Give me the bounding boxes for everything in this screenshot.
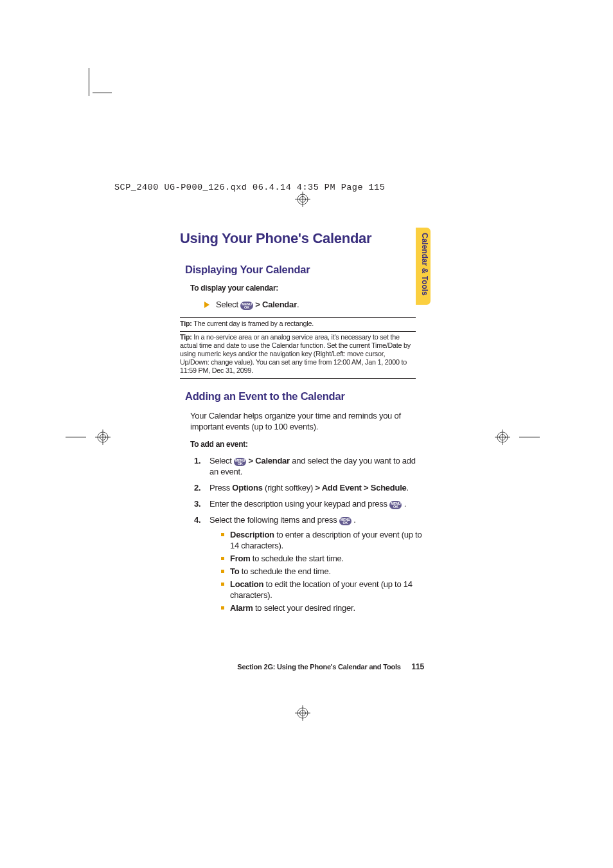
- tip-box-1: Tip: The current day is framed by a rect…: [180, 317, 416, 332]
- crop-mark-vertical: [89, 68, 89, 96]
- list-item: Location to edit the location of your ev…: [221, 579, 424, 601]
- register-mark-right-icon: [495, 429, 540, 445]
- section-heading-display: Displaying Your Calendar: [185, 264, 424, 276]
- lead-display: To display your calendar:: [190, 284, 424, 293]
- menu-ok-button-icon: [339, 517, 351, 525]
- bullet-term: Alarm: [230, 603, 253, 613]
- lead-add: To add an event:: [190, 440, 424, 449]
- step-text: Enter the description using your keypad …: [209, 499, 389, 509]
- tip-label: Tip:: [180, 320, 193, 327]
- bullet-term: Location: [230, 579, 263, 589]
- bullet-text: to select your desired ringer.: [253, 603, 355, 613]
- steps-list: Select > Calendar and select the day you…: [190, 455, 424, 613]
- step-1: Select > Calendar and select the day you…: [190, 455, 424, 477]
- step-3: Enter the description using your keypad …: [190, 498, 424, 509]
- section2-intro: Your Calendar helps organize your time a…: [190, 410, 424, 432]
- step-bold: > Calendar: [246, 456, 290, 466]
- tip-body: In a no-service area or an analog servic…: [180, 333, 411, 374]
- page-footer: Section 2G: Using the Phone's Calendar a…: [180, 662, 424, 671]
- page-number: 115: [412, 662, 424, 671]
- bullet-term: Description: [230, 530, 274, 539]
- action-select-calendar: Select > Calendar.: [204, 299, 424, 311]
- list-item: Alarm to select your desired ringer.: [221, 602, 424, 613]
- footer-section: Section 2G: Using the Phone's Calendar a…: [237, 663, 400, 671]
- bullet-text: to schedule the start time.: [251, 554, 344, 563]
- step-text: .: [407, 483, 409, 493]
- crop-mark-horizontal: [93, 93, 112, 93]
- register-mark-bottom-icon: [295, 705, 310, 721]
- register-mark-left-icon: [66, 429, 111, 445]
- menu-ok-button-icon: [389, 501, 402, 509]
- action-text: Select > Calendar.: [216, 299, 299, 311]
- step-bold: Options: [232, 483, 262, 493]
- action-bold: > Calendar: [253, 300, 297, 309]
- step-text: Select: [209, 456, 234, 466]
- print-job-header: SCP_2400 UG-P000_126.qxd 06.4.14 4:35 PM…: [114, 183, 385, 192]
- step-text: Press: [209, 483, 232, 493]
- menu-ok-button-icon: [234, 458, 246, 466]
- bullet-term: From: [230, 554, 251, 563]
- list-item: To to schedule the end time.: [221, 566, 424, 577]
- bullet-text: to schedule the end time.: [239, 566, 330, 576]
- step-2: Press Options (right softkey) > Add Even…: [190, 482, 424, 493]
- tip-box-2: Tip: In a no-service area or an analog s…: [180, 331, 416, 379]
- page-title: Using Your Phone's Calendar: [180, 230, 424, 247]
- tip-label: Tip:: [180, 333, 193, 341]
- menu-ok-button-icon: [240, 302, 253, 310]
- list-item: Description to enter a description of yo…: [221, 529, 424, 551]
- list-item: From to schedule the start time.: [221, 553, 424, 564]
- bullet-term: To: [230, 566, 239, 576]
- manual-page: SCP_2400 UG-P000_126.qxd 06.4.14 4:35 PM…: [0, 0, 613, 868]
- step-text: Select the following items and press: [209, 515, 339, 525]
- section-heading-add: Adding an Event to the Calendar: [185, 390, 424, 402]
- tip-body: The current day is framed by a rectangle…: [193, 320, 314, 327]
- register-mark-icon: [295, 192, 310, 207]
- action-end: .: [297, 300, 299, 309]
- arrow-icon: [204, 302, 209, 308]
- step-text: (right softkey): [263, 483, 315, 493]
- step-text: .: [351, 515, 356, 525]
- step-bold: > Add Event > Schedule: [315, 483, 406, 493]
- step-4: Select the following items and press . D…: [190, 514, 424, 613]
- content-column: Using Your Phone's Calendar Displaying Y…: [180, 230, 424, 619]
- step-text: .: [402, 499, 406, 509]
- action-prefix: Select: [216, 300, 240, 309]
- bullet-list: Description to enter a description of yo…: [221, 529, 424, 613]
- job-line-text: SCP_2400 UG-P000_126.qxd 06.4.14 4:35 PM…: [114, 183, 385, 192]
